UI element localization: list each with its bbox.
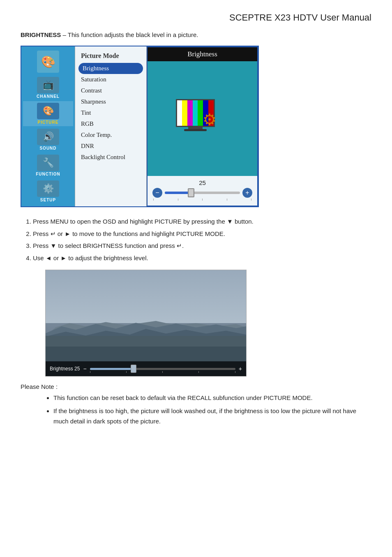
note-item-2: If the brightness is too high, the pictu… — [53, 406, 371, 427]
osd-middle-panel: Picture Mode Brightness Saturation Contr… — [75, 46, 147, 206]
tick-1 — [153, 199, 154, 201]
intro-text: – This function adjusts the black level … — [61, 31, 198, 38]
bar-minus-icon: − — [83, 365, 86, 372]
bar-tick-4 — [198, 371, 199, 373]
increase-button[interactable]: + — [242, 188, 252, 198]
bar-tick-1 — [90, 371, 90, 373]
tick-3 — [202, 199, 203, 201]
menu-item-colortemp[interactable]: Color Temp. — [75, 129, 146, 141]
bar-plus-icon: + — [239, 365, 242, 372]
please-note-section: Please Note : This function can be reset… — [21, 383, 371, 427]
bar-track — [90, 368, 235, 370]
instructions-list: Press MENU to open the OSD and highlight… — [33, 216, 371, 263]
slider-track[interactable] — [165, 192, 240, 194]
osd-right-panel: Brightness — [147, 46, 258, 206]
instruction-1: Press MENU to open the OSD and highlight… — [33, 216, 371, 227]
menu-title: Picture Mode — [75, 51, 146, 63]
instruction-3: Press ▼ to select BRIGHTNESS function an… — [33, 240, 371, 251]
tick-5 — [251, 199, 251, 201]
brightness-panel-title: Brightness — [148, 47, 257, 61]
menu-item-dnr[interactable]: DNR — [75, 141, 146, 152]
instructions-section: Press MENU to open the OSD and highlight… — [21, 216, 371, 263]
menu-item-contrast[interactable]: Contrast — [75, 85, 146, 96]
slider-fill — [165, 192, 191, 194]
tick-4 — [227, 199, 227, 201]
osd-left-panel: 🎨 📺 CHANNEL 🎨 PICTURE 🔊 SOUND 🔧 FUNCTION… — [21, 46, 75, 206]
menu-item-sharpness[interactable]: Sharpness — [75, 96, 146, 107]
menu-item-saturation[interactable]: Saturation — [75, 74, 146, 85]
osd-icon-channel[interactable]: 📺 CHANNEL — [23, 75, 73, 100]
screenshot-image: Brightness 25 − + — [45, 270, 247, 377]
bar-tick-2 — [126, 371, 127, 373]
channel-icon: 📺 — [37, 77, 59, 93]
tv-base — [184, 129, 207, 131]
brightness-preview-image: ⚙ — [148, 61, 257, 176]
slider-thumb[interactable] — [188, 188, 194, 197]
sound-icon: 🔊 — [37, 129, 59, 145]
intro-bold: BRIGHTNESS — [21, 31, 61, 38]
channel-label: CHANNEL — [37, 94, 60, 99]
gear-icon-overlay: ⚙ — [203, 111, 217, 129]
bar-tick-3 — [162, 371, 163, 373]
page-title: SCEPTRE X23 HDTV User Manual — [21, 12, 371, 23]
osd-icon-sound[interactable]: 🔊 SOUND — [23, 127, 73, 152]
slider-ticks — [152, 198, 252, 201]
osd-icon-setup[interactable]: ⚙️ SETUP — [23, 179, 73, 204]
setup-icon: ⚙️ — [37, 180, 59, 197]
function-icon: 🔧 — [37, 155, 59, 171]
note-item-1: This function can be reset back to defau… — [53, 393, 371, 403]
menu-item-backlight[interactable]: Backlight Control — [75, 152, 146, 163]
menu-item-tint[interactable]: Tint — [75, 107, 146, 118]
tick-2 — [178, 199, 178, 201]
brightness-bar-label: Brightness 25 — [50, 366, 80, 372]
osd-container: 🎨 📺 CHANNEL 🎨 PICTURE 🔊 SOUND 🔧 FUNCTION… — [21, 46, 259, 207]
screenshot-sky — [46, 270, 246, 328]
menu-item-brightness[interactable]: Brightness — [78, 63, 143, 74]
intro-line: BRIGHTNESS – This function adjusts the b… — [21, 31, 371, 38]
bar-ticks — [90, 371, 235, 373]
palette-icon-top: 🎨 — [37, 51, 59, 73]
instruction-4: Use ◄ or ► to adjust the brightness leve… — [33, 253, 371, 263]
osd-icon-top[interactable]: 🎨 — [23, 49, 73, 74]
note-title: Please Note : — [21, 383, 371, 390]
brightness-value: 25 — [152, 179, 252, 186]
osd-icon-picture[interactable]: 🎨 PICTURE — [23, 101, 73, 126]
slider-row: − + — [152, 188, 252, 198]
brightness-bar-overlay: Brightness 25 − + — [46, 361, 246, 376]
shrub-area — [46, 336, 246, 347]
setup-label: SETUP — [40, 198, 56, 202]
picture-icon: 🎨 — [37, 103, 59, 119]
brightness-control-area: 25 − + — [148, 176, 257, 206]
instruction-2: Press ↵ or ► to move to the functions an… — [33, 229, 371, 239]
tv-preview: ⚙ — [176, 99, 229, 138]
picture-label: PICTURE — [38, 120, 59, 125]
bar-tick-5 — [235, 371, 235, 373]
decrease-button[interactable]: − — [152, 188, 162, 198]
function-label: FUNCTION — [36, 172, 60, 176]
sound-label: SOUND — [39, 146, 56, 150]
notes-list: This function can be reset back to defau… — [53, 393, 371, 427]
osd-icon-function[interactable]: 🔧 FUNCTION — [23, 153, 73, 178]
bar-fill — [90, 368, 134, 370]
menu-item-rgb[interactable]: RGB — [75, 118, 146, 129]
